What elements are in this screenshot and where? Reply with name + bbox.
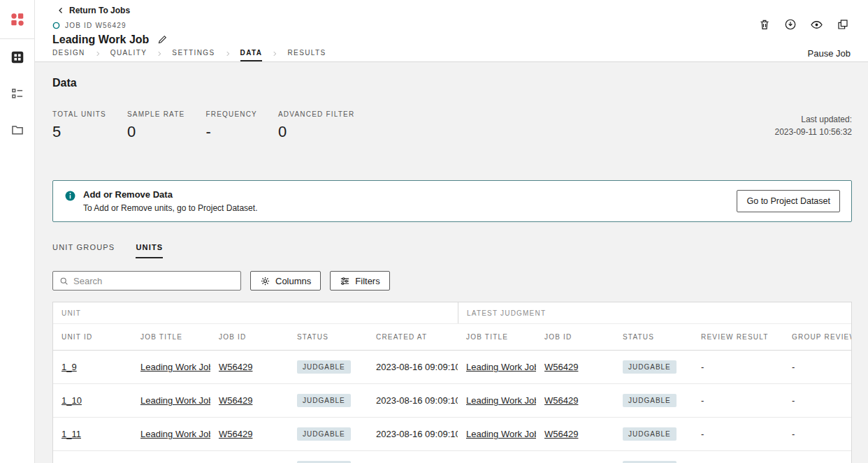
step-data[interactable]: DATA [240, 45, 263, 61]
gear-icon [260, 276, 270, 286]
job-id-link[interactable]: W56429 [544, 395, 578, 406]
judgment-job-title-cell: Leading Work Job [458, 351, 536, 383]
column-header[interactable]: JOB ID [536, 324, 614, 350]
job-title-link[interactable]: Leading Work Job [466, 395, 536, 406]
step-results[interactable]: RESULTS [287, 45, 326, 61]
stat-frequency: FREQUENCY - [205, 110, 257, 141]
job-id-link[interactable]: W56429 [544, 362, 578, 372]
column-header[interactable]: CREATED AT [368, 324, 458, 350]
sidebar [0, 0, 35, 463]
status-cell: JUDGABLE [289, 418, 368, 450]
search-icon [59, 277, 68, 286]
chevron-right-icon [156, 45, 163, 61]
judgment-status-cell: JUDGABLE [614, 418, 693, 450]
column-header[interactable]: GROUP REVIEW R [783, 324, 851, 350]
unit-id-cell: 1_11 [53, 418, 132, 450]
add-remove-data-banner: Add or Remove Data To Add or Remove unit… [52, 180, 852, 222]
column-header[interactable]: STATUS [614, 324, 693, 350]
created-at-cell: 2023-08-16 09:09:10 [368, 351, 458, 383]
tab-unit-groups[interactable]: UNIT GROUPS [52, 243, 115, 258]
judgment-status-cell: JUDGABLE [614, 351, 693, 383]
table-row: 1_12 Leading Work Job W56429 JUDGABLE 20… [53, 451, 851, 463]
app: Return To Jobs JOB ID W56429 Leading Wor… [0, 0, 868, 463]
job-title-row: Leading Work Job [52, 33, 169, 46]
group-review-result-cell: - [783, 451, 851, 463]
table-controls: Columns Filters [52, 271, 852, 291]
job-title-link[interactable]: Leading Work Job [466, 362, 536, 372]
return-to-jobs-link[interactable]: Return To Jobs [57, 6, 130, 15]
columns-button[interactable]: Columns [250, 271, 321, 291]
job-id-link[interactable]: W56429 [219, 429, 252, 439]
last-updated-label: Last updated: [774, 113, 852, 126]
job-title-link[interactable]: Leading Work Job [140, 429, 210, 439]
chevron-left-icon [57, 6, 65, 15]
step-results-label: RESULTS [287, 49, 326, 57]
unit-id-cell: 1_12 [53, 451, 132, 463]
tab-units[interactable]: UNITS [136, 243, 163, 258]
table-column-headers: UNIT ID JOB TITLE JOB ID STATUS CREATED … [53, 324, 851, 351]
stat-label: FREQUENCY [205, 110, 257, 118]
delete-job-button[interactable] [757, 17, 772, 32]
unit-id-link[interactable]: 1_10 [62, 395, 82, 406]
sidebar-item-jobs[interactable] [0, 39, 35, 75]
step-quality-label: QUALITY [110, 49, 147, 57]
status-cell: JUDGABLE [289, 451, 368, 463]
logo-icon [10, 12, 25, 27]
step-design[interactable]: DESIGN [52, 45, 85, 61]
app-logo[interactable] [0, 0, 35, 38]
edit-title-button[interactable] [156, 33, 169, 46]
column-header[interactable]: JOB ID [210, 324, 289, 350]
chevron-right-icon [224, 45, 231, 61]
last-updated-value: 2023-09-11 10:56:32 [774, 126, 852, 138]
filter-sliders-icon [340, 276, 350, 286]
job-header-actions [757, 6, 851, 45]
job-title-cell: Leading Work Job [132, 351, 210, 383]
column-header[interactable]: JOB TITLE [132, 324, 210, 350]
job-header-left: Return To Jobs JOB ID W56429 Leading Wor… [52, 6, 169, 45]
sidebar-item-tasks[interactable] [0, 75, 35, 112]
page-title: Data [52, 77, 852, 89]
stat-total-units: TOTAL UNITS 5 [52, 110, 106, 141]
created-at-cell: 2023-08-16 09:09:10 [368, 418, 458, 450]
job-id-link[interactable]: W56429 [219, 395, 252, 406]
column-header[interactable]: REVIEW RESULT [693, 324, 783, 350]
copy-icon [837, 18, 849, 31]
judgment-job-id-cell: W56429 [536, 451, 614, 463]
column-header[interactable]: JOB TITLE [458, 324, 536, 350]
eye-icon [810, 18, 823, 31]
unit-id-link[interactable]: 1_9 [62, 362, 77, 372]
job-id-link[interactable]: W56429 [544, 429, 578, 439]
job-title-link[interactable]: Leading Work Job [140, 395, 210, 406]
column-header[interactable]: UNIT ID [53, 324, 132, 350]
review-result-cell: - [693, 451, 783, 463]
status-badge: JUDGABLE [623, 394, 677, 407]
unit-id-link[interactable]: 1_11 [62, 429, 81, 439]
job-title-link[interactable]: Leading Work Job [140, 362, 210, 372]
go-to-project-dataset-button[interactable]: Go to Project Dataset [737, 190, 840, 212]
job-title-link[interactable]: Leading Work Job [466, 429, 536, 439]
judgment-status-cell: JUDGABLE [614, 451, 693, 463]
job-id-cell: W56429 [210, 451, 289, 463]
table-group-header: UNIT LATEST JUDGMENT [53, 302, 851, 324]
filters-button[interactable]: Filters [330, 271, 389, 291]
pause-job-link[interactable]: Pause Job [808, 45, 851, 61]
table-row: 1_11 Leading Work Job W56429 JUDGABLE 20… [53, 418, 851, 451]
status-cell: JUDGABLE [289, 351, 368, 383]
job-title-cell: Leading Work Job [132, 384, 210, 417]
export-job-button[interactable] [783, 17, 798, 32]
table-row: 1_9 Leading Work Job W56429 JUDGABLE 202… [53, 351, 851, 384]
duplicate-job-button[interactable] [835, 17, 851, 32]
chevron-right-icon [271, 45, 278, 61]
status-badge: JUDGABLE [623, 360, 677, 374]
content-area: Return To Jobs JOB ID W56429 Leading Wor… [35, 0, 868, 463]
preview-job-button[interactable] [809, 17, 825, 33]
download-circle-icon [784, 18, 797, 31]
sidebar-item-projects[interactable] [0, 112, 35, 148]
step-quality[interactable]: QUALITY [110, 45, 147, 61]
column-header[interactable]: STATUS [289, 324, 368, 350]
step-settings[interactable]: SETTINGS [172, 45, 215, 61]
judgment-job-title-cell: Leading Work Job [458, 451, 536, 463]
search-input[interactable] [73, 276, 234, 286]
job-id-link[interactable]: W56429 [219, 362, 252, 372]
step-data-label: DATA [240, 49, 263, 57]
